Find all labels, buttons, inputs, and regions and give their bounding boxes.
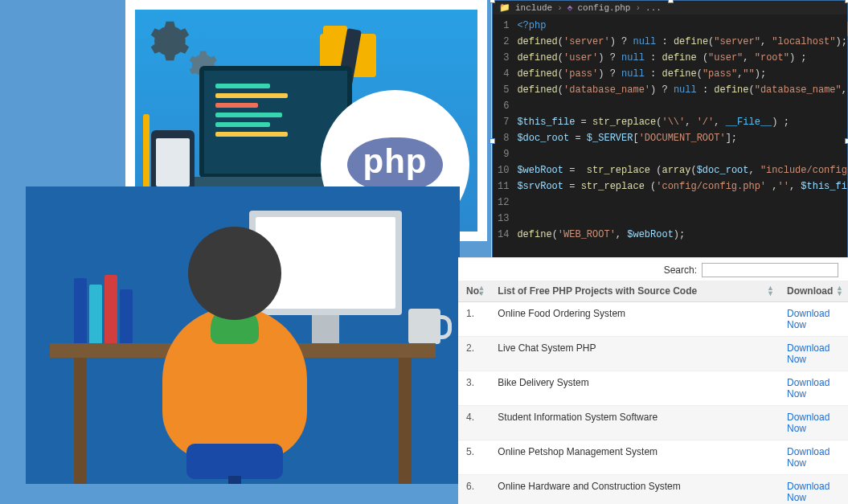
sort-icon: ▲▼ <box>477 285 485 297</box>
row-title: Live Chat System PHP <box>490 337 779 371</box>
chevron-right-icon: › <box>635 3 641 13</box>
code-line[interactable] <box>517 146 847 162</box>
row-no: 5. <box>458 440 490 475</box>
search-input[interactable] <box>702 263 838 277</box>
row-title: Online Petshop Management System <box>490 440 779 475</box>
mug-icon <box>408 309 440 344</box>
table-row: 6.Online Hardware and Construction Syste… <box>458 475 848 505</box>
crumb-file[interactable]: config.php <box>577 3 630 13</box>
desk-leg <box>399 358 412 484</box>
projects-table: No.▲▼ List of Free PHP Projects with Sou… <box>458 281 848 504</box>
sort-icon: ▲▼ <box>767 285 774 297</box>
folder-icon: 📁 <box>499 2 510 13</box>
projects-panel: Search: No.▲▼ List of Free PHP Projects … <box>458 257 848 504</box>
code-line[interactable]: $webRoot = str_replace (array($doc_root,… <box>517 162 847 178</box>
download-link[interactable]: Download Now <box>787 481 840 503</box>
monitor-stand <box>312 315 339 344</box>
desk-leg <box>74 358 87 484</box>
col-title[interactable]: List of Free PHP Projects with Source Co… <box>490 281 779 302</box>
code-line[interactable]: <?php <box>517 18 847 34</box>
code-line[interactable]: define('WEB_ROOT', $webRoot); <box>517 227 847 243</box>
php-file-icon: ⬘ <box>567 2 573 13</box>
download-link[interactable]: Download Now <box>787 377 840 400</box>
download-link[interactable]: Download Now <box>787 342 840 365</box>
row-title: Student Information System Software <box>490 406 779 440</box>
crumb-folder[interactable]: include <box>515 3 552 13</box>
code-line[interactable]: defined('user') ? null : define ("user",… <box>517 50 847 66</box>
sort-icon: ▲▼ <box>836 285 843 297</box>
row-no: 4. <box>458 406 490 440</box>
row-no: 1. <box>458 302 490 337</box>
code-line[interactable]: defined('pass') ? null : define("pass","… <box>517 66 847 82</box>
code-editor[interactable]: ▾ 📁 include › ⬘ config.php › ... 1234567… <box>492 0 848 281</box>
developer-illustration: PHP < / > <box>26 186 460 484</box>
code-line[interactable]: defined('database_name') ? null : define… <box>517 82 847 98</box>
row-no: 6. <box>458 475 490 505</box>
code-line[interactable]: $doc_root = $_SERVER['DOCUMENT_ROOT']; <box>517 130 847 146</box>
col-download[interactable]: Download▲▼ <box>779 281 848 302</box>
table-row: 4.Student Information System SoftwareDow… <box>458 406 848 440</box>
table-row: 2.Live Chat System PHPDownload Now <box>458 337 848 371</box>
download-link[interactable]: Download Now <box>787 446 840 469</box>
row-no: 2. <box>458 337 490 371</box>
chair-post <box>228 476 241 484</box>
books-icon <box>74 275 133 346</box>
row-no: 3. <box>458 371 490 406</box>
download-link[interactable]: Download Now <box>787 308 840 330</box>
table-row: 3.Bike Delivery SystemDownload Now <box>458 371 848 406</box>
search-label: Search: <box>664 264 697 276</box>
breadcrumb[interactable]: 📁 include › ⬘ config.php › ... <box>493 1 847 14</box>
table-row: 5.Online Petshop Management SystemDownlo… <box>458 440 848 475</box>
chevron-right-icon: › <box>557 3 563 13</box>
code-area[interactable]: <?phpdefined('server') ? null : define("… <box>517 14 847 280</box>
crumb-more[interactable]: ... <box>645 3 662 13</box>
row-title: Online Hardware and Construction System <box>490 475 779 505</box>
php-logo-text: php <box>347 137 444 192</box>
code-line[interactable] <box>517 98 847 114</box>
download-link[interactable]: Download Now <box>787 412 840 434</box>
code-line[interactable] <box>517 211 847 227</box>
code-line[interactable] <box>517 195 847 211</box>
person-head <box>188 227 281 320</box>
row-title: Bike Delivery System <box>490 371 779 406</box>
col-no[interactable]: No.▲▼ <box>458 281 490 302</box>
code-line[interactable]: $this_file = str_replace('\\', '/', __Fi… <box>517 114 847 130</box>
code-line[interactable]: $srvRoot = str_replace ('config/config.p… <box>517 178 847 195</box>
chair <box>186 444 283 479</box>
code-line[interactable]: defined('server') ? null : define("serve… <box>517 34 847 50</box>
line-gutter: 1234567891011121314 <box>493 14 517 280</box>
row-title: Online Food Ordering System <box>490 302 779 337</box>
table-row: 1.Online Food Ordering SystemDownload No… <box>458 302 848 337</box>
